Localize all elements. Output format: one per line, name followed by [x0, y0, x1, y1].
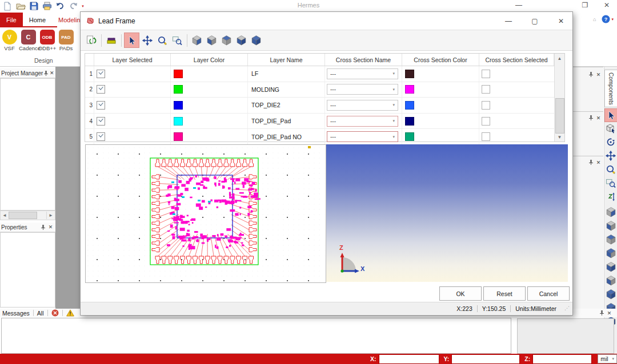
- column-header[interactable]: Cross Section Color: [402, 54, 479, 66]
- cross-section-selected-checkbox[interactable]: [482, 132, 490, 141]
- pin-icon[interactable]: [598, 309, 606, 317]
- ribbon-app-pads[interactable]: PADPADs: [57, 29, 75, 51]
- help-dropdown-icon[interactable]: ▾: [611, 17, 614, 22]
- select-tool-button[interactable]: [124, 33, 139, 48]
- open-file-icon[interactable]: [15, 1, 26, 11]
- cross-section-dropdown[interactable]: ---▾: [327, 68, 398, 79]
- layer-selected-checkbox[interactable]: [97, 117, 105, 126]
- close-icon[interactable]: ✕: [595, 159, 602, 166]
- scroll-thumb[interactable]: [555, 98, 564, 134]
- layer-color-swatch[interactable]: [174, 117, 183, 126]
- tab-all[interactable]: All: [37, 310, 44, 317]
- y-coord-input[interactable]: [451, 354, 520, 364]
- window-close-button[interactable]: ✕: [601, 1, 612, 9]
- close-icon[interactable]: ✕: [595, 114, 602, 122]
- column-header[interactable]: Cross Section Name: [325, 54, 402, 66]
- leadframe-tool-button[interactable]: [104, 33, 118, 47]
- print-icon[interactable]: [41, 1, 53, 11]
- ok-button[interactable]: OK: [439, 286, 482, 301]
- scroll-right-icon[interactable]: ►: [46, 212, 55, 219]
- x-coord-input[interactable]: [379, 354, 439, 364]
- dialog-title-bar[interactable]: Lead Frame — ▢ ✕: [81, 12, 572, 30]
- layer-selected-checkbox[interactable]: [97, 132, 105, 141]
- window-minimize-button[interactable]: —: [513, 1, 524, 9]
- pin-icon[interactable]: [43, 70, 49, 77]
- layer-color-swatch[interactable]: [174, 70, 183, 78]
- resize-grip[interactable]: ⋰: [564, 305, 570, 311]
- reset-button[interactable]: Reset: [483, 286, 526, 301]
- cross-section-selected-checkbox[interactable]: [482, 101, 490, 110]
- table-vscrollbar[interactable]: ▲ ▼: [554, 54, 564, 141]
- tab-file[interactable]: File: [0, 13, 23, 27]
- view-cube-button[interactable]: [219, 33, 234, 47]
- reload-button[interactable]: [84, 33, 98, 47]
- cross-section-selected-checkbox[interactable]: [482, 70, 490, 78]
- pin-icon[interactable]: [587, 71, 595, 78]
- cross-section-color-swatch[interactable]: [405, 70, 414, 78]
- redo-icon[interactable]: [67, 1, 79, 11]
- scroll-left-icon[interactable]: ◄: [1, 212, 9, 219]
- cancel-button[interactable]: Cancel: [527, 286, 570, 301]
- tab-components[interactable]: Components: [604, 70, 617, 107]
- undo-icon[interactable]: [54, 1, 66, 11]
- cross-section-color-swatch[interactable]: [405, 117, 414, 126]
- view-cube-button[interactable]: [604, 205, 617, 218]
- project-manager-hscrollbar[interactable]: ◄ ►: [0, 211, 55, 220]
- pan-button[interactable]: [604, 149, 617, 162]
- cross-section-color-swatch[interactable]: [405, 132, 414, 141]
- dialog-maximize-button[interactable]: ▢: [527, 15, 543, 27]
- cross-section-dropdown[interactable]: ---▾: [327, 116, 398, 127]
- view-cube-button[interactable]: [205, 33, 219, 47]
- pin-icon[interactable]: [587, 114, 595, 122]
- collapse-ribbon-icon[interactable]: ⌂: [593, 17, 596, 22]
- cross-section-dropdown[interactable]: ---▾: [327, 84, 398, 95]
- zoom-button[interactable]: [604, 163, 617, 176]
- new-file-icon[interactable]: [2, 1, 13, 11]
- column-header[interactable]: Layer Color: [171, 54, 248, 66]
- layer-name-cell[interactable]: TOP_DIE_Pad: [248, 114, 325, 129]
- column-header[interactable]: Layer Name: [248, 54, 325, 66]
- pin-icon[interactable]: [587, 159, 595, 166]
- column-header[interactable]: Layer Selected: [94, 54, 171, 66]
- layer-name-cell[interactable]: LF: [248, 66, 325, 82]
- view-cube-button[interactable]: [604, 233, 617, 245]
- ribbon-app-odb[interactable]: ODBODB++: [38, 29, 57, 51]
- view-cube-button[interactable]: [604, 274, 617, 286]
- cross-section-dropdown[interactable]: ---▾: [327, 131, 398, 142]
- layer-selected-checkbox[interactable]: [97, 101, 105, 110]
- zoom-window-button[interactable]: [604, 177, 617, 189]
- cross-section-color-swatch[interactable]: [405, 101, 414, 110]
- window-restore-button[interactable]: ❐: [579, 1, 591, 9]
- pin-icon[interactable]: [39, 224, 47, 231]
- view-cube-button[interactable]: [234, 33, 249, 47]
- leadframe-3d-view[interactable]: Z X: [326, 144, 568, 282]
- cross-section-selected-checkbox[interactable]: [482, 85, 490, 94]
- view-cube-button[interactable]: [604, 246, 617, 259]
- layer-color-swatch[interactable]: [174, 132, 183, 141]
- layer-color-swatch[interactable]: [174, 101, 183, 110]
- ribbon-app-cadence[interactable]: CCadence: [19, 29, 38, 51]
- view-cube-button[interactable]: [604, 219, 617, 232]
- zoom-button[interactable]: [155, 33, 169, 47]
- layer-selected-checkbox[interactable]: [97, 85, 105, 94]
- dialog-close-button[interactable]: ✕: [553, 15, 569, 27]
- scroll-up-icon[interactable]: ▲: [555, 54, 564, 63]
- project-manager-tree[interactable]: [0, 78, 55, 211]
- properties-body[interactable]: [0, 232, 55, 308]
- cross-section-dropdown[interactable]: ---▾: [327, 100, 398, 111]
- view-cube-button[interactable]: [190, 33, 204, 47]
- column-header[interactable]: [85, 54, 94, 66]
- layer-color-swatch[interactable]: [174, 85, 183, 94]
- errors-filter-icon[interactable]: [51, 309, 59, 317]
- scroll-down-icon[interactable]: ▼: [555, 132, 564, 141]
- cube-select-button[interactable]: [604, 122, 617, 135]
- fit-z-button[interactable]: [604, 191, 617, 203]
- leadframe-2d-view[interactable]: [85, 144, 326, 283]
- close-icon[interactable]: ✕: [595, 71, 602, 78]
- messages-output[interactable]: [1, 318, 511, 354]
- close-icon[interactable]: ✕: [606, 309, 613, 317]
- column-header[interactable]: Cross Section Selected: [479, 54, 554, 66]
- pan-button[interactable]: [140, 33, 154, 47]
- warnings-filter-icon[interactable]: [66, 309, 74, 317]
- view-cube-button[interactable]: [604, 260, 617, 273]
